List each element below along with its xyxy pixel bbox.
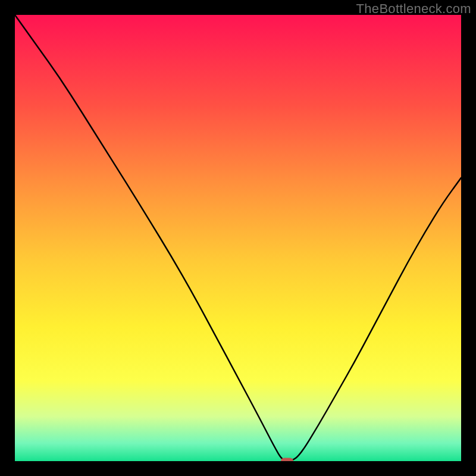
bottleneck-point-marker [281,458,293,461]
chart-background [15,15,461,461]
bottleneck-chart [15,15,461,461]
chart-frame: TheBottleneck.com [0,0,476,476]
